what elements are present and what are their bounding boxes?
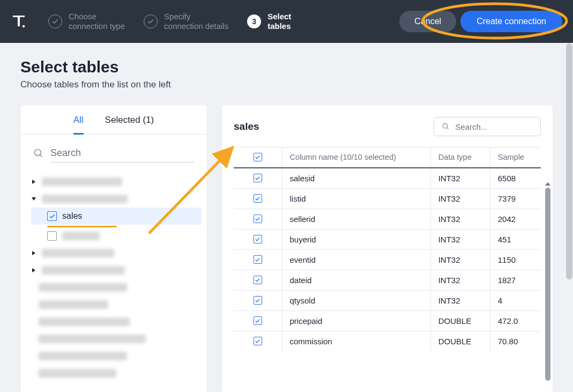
tree-node[interactable] bbox=[31, 262, 202, 279]
column-sample: 4 bbox=[490, 290, 541, 310]
svg-line-11 bbox=[447, 128, 449, 129]
svg-rect-1 bbox=[18, 16, 20, 26]
table-row[interactable]: pricepaidDOUBLE472.0 bbox=[234, 310, 541, 331]
sample-header[interactable]: Sample bbox=[490, 147, 541, 168]
column-search-input[interactable] bbox=[455, 122, 533, 131]
table-search-row bbox=[20, 135, 207, 168]
column-name: sellerid bbox=[282, 209, 430, 229]
column-name: listid bbox=[282, 188, 430, 209]
scrollbar-thumb[interactable] bbox=[566, 43, 572, 279]
table-row[interactable]: dateidINT321827 bbox=[234, 270, 541, 290]
main-content: All Selected (1) sales bbox=[0, 95, 573, 392]
cancel-button[interactable]: Cancel bbox=[399, 11, 456, 32]
svg-point-10 bbox=[443, 123, 448, 128]
page-scrollbar[interactable] bbox=[565, 43, 573, 392]
create-connection-button[interactable]: Create connection bbox=[460, 11, 562, 32]
chevron-right-icon bbox=[31, 180, 36, 184]
tree-node[interactable] bbox=[31, 347, 202, 365]
column-sample: 2042 bbox=[490, 209, 541, 229]
column-type: INT32 bbox=[430, 188, 490, 209]
column-sample: 70.80 bbox=[490, 331, 541, 351]
column-type: INT32 bbox=[430, 249, 490, 270]
table-row[interactable]: selleridINT322042 bbox=[234, 209, 541, 229]
tables-list-panel: All Selected (1) sales bbox=[20, 105, 207, 392]
header-actions: Cancel Create connection bbox=[399, 11, 562, 32]
redacted-label bbox=[42, 177, 122, 186]
column-sample: 7379 bbox=[490, 188, 541, 209]
chevron-right-icon bbox=[31, 251, 36, 255]
checkbox-checked[interactable] bbox=[47, 211, 57, 221]
step-select-tables[interactable]: 3 Selecttables bbox=[247, 12, 291, 31]
column-type: INT32 bbox=[430, 209, 490, 229]
tree-node[interactable] bbox=[31, 330, 202, 347]
svg-point-2 bbox=[23, 25, 25, 27]
svg-marker-8 bbox=[32, 251, 35, 255]
column-name: qtysold bbox=[282, 290, 430, 310]
table-row[interactable]: eventidINT321150 bbox=[234, 249, 541, 270]
table-row[interactable]: commissionDOUBLE70.80 bbox=[234, 331, 541, 351]
row-checkbox[interactable] bbox=[254, 296, 262, 305]
tabs: All Selected (1) bbox=[20, 105, 207, 135]
row-checkbox[interactable] bbox=[254, 316, 262, 325]
tree-node-expanded[interactable] bbox=[31, 190, 202, 208]
tables-tree[interactable]: sales bbox=[20, 168, 207, 392]
redacted-label bbox=[42, 249, 114, 257]
tree-node[interactable] bbox=[31, 296, 202, 313]
chevron-right-icon bbox=[31, 268, 36, 272]
redacted-label bbox=[39, 335, 146, 343]
tab-selected[interactable]: Selected (1) bbox=[105, 115, 154, 134]
table-label: sales bbox=[62, 211, 82, 221]
tab-all[interactable]: All bbox=[73, 115, 84, 135]
step-specify-details[interactable]: Specifyconnection details bbox=[144, 12, 228, 31]
table-search-input[interactable] bbox=[50, 144, 194, 162]
row-checkbox[interactable] bbox=[254, 235, 262, 243]
redacted-label bbox=[39, 369, 116, 378]
tree-node[interactable] bbox=[31, 245, 202, 262]
scroll-up-icon[interactable] bbox=[545, 182, 550, 186]
page-title: Select tables bbox=[20, 58, 553, 76]
table-header-row: Column name (10/10 selected) Data type S… bbox=[234, 147, 541, 168]
svg-point-4 bbox=[35, 150, 41, 156]
columns-table: Column name (10/10 selected) Data type S… bbox=[234, 147, 541, 351]
tree-table-item[interactable] bbox=[31, 227, 202, 245]
row-checkbox[interactable] bbox=[254, 337, 262, 345]
checkbox[interactable] bbox=[47, 231, 57, 241]
column-search[interactable] bbox=[434, 117, 541, 136]
select-all-checkbox[interactable] bbox=[254, 153, 262, 161]
row-checkbox[interactable] bbox=[254, 255, 262, 264]
table-row[interactable]: buyeridINT32451 bbox=[234, 229, 541, 249]
column-sample: 1150 bbox=[490, 249, 541, 270]
svg-marker-9 bbox=[32, 268, 35, 272]
scrollbar-thumb[interactable] bbox=[545, 188, 550, 381]
redacted-label bbox=[39, 300, 108, 309]
column-sample: 1827 bbox=[490, 270, 541, 290]
row-checkbox[interactable] bbox=[254, 215, 262, 223]
scrollbar[interactable] bbox=[545, 182, 550, 392]
column-type: DOUBLE bbox=[430, 331, 490, 351]
step-choose-type[interactable]: Chooseconnection type bbox=[48, 12, 125, 31]
row-checkbox[interactable] bbox=[254, 194, 262, 203]
page-subtitle: Choose tables from the list on the left bbox=[20, 79, 553, 90]
table-row[interactable]: listidINT327379 bbox=[234, 188, 541, 209]
row-checkbox[interactable] bbox=[254, 174, 262, 182]
page-header: Select tables Choose tables from the lis… bbox=[0, 43, 573, 95]
redacted-label bbox=[39, 317, 130, 326]
data-type-header[interactable]: Data type bbox=[430, 147, 490, 168]
columns-header: sales bbox=[234, 117, 541, 136]
column-name: dateid bbox=[282, 270, 430, 290]
chevron-down-icon bbox=[31, 197, 36, 201]
column-type: INT32 bbox=[430, 168, 490, 189]
column-name-header[interactable]: Column name (10/10 selected) bbox=[282, 147, 430, 168]
tree-node[interactable] bbox=[31, 279, 202, 296]
row-checkbox[interactable] bbox=[254, 276, 262, 284]
column-name: pricepaid bbox=[282, 310, 430, 331]
tree-node[interactable] bbox=[31, 313, 202, 330]
redacted-label bbox=[42, 266, 125, 275]
table-row[interactable]: salesidINT326508 bbox=[234, 168, 541, 189]
tree-node[interactable] bbox=[31, 365, 202, 382]
table-row[interactable]: qtysoldINT324 bbox=[234, 290, 541, 310]
column-type: INT32 bbox=[430, 290, 490, 310]
check-icon bbox=[48, 14, 62, 28]
tree-table-sales[interactable]: sales bbox=[31, 208, 202, 225]
tree-node[interactable] bbox=[31, 173, 202, 190]
